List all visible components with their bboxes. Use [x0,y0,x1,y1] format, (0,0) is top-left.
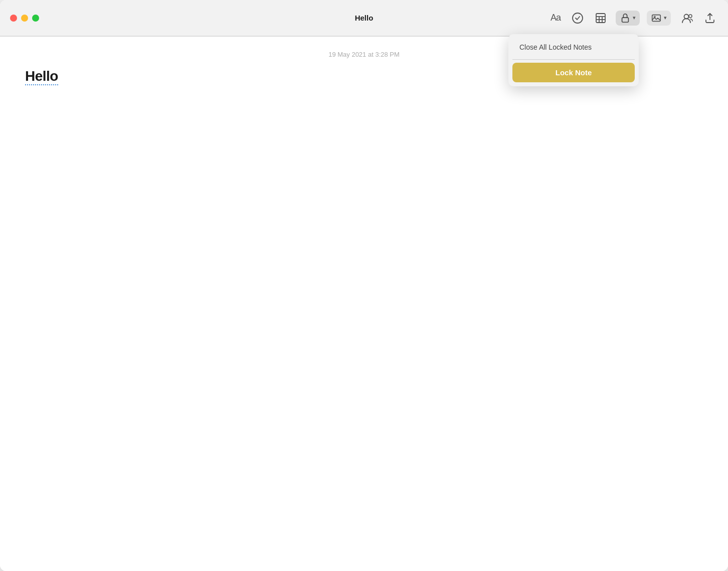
photo-icon [651,13,662,24]
svg-point-0 [573,13,583,23]
share-button[interactable] [702,10,718,26]
table-icon [595,12,607,24]
photo-button-group[interactable]: ▾ [647,11,671,26]
lock-dropdown-menu: Close All Locked Notes Lock Note [508,34,639,86]
photo-chevron-icon: ▾ [664,15,667,21]
svg-rect-6 [622,18,629,22]
note-area: 19 May 2021 at 3:28 PM Hello [0,37,728,571]
collab-button[interactable] [678,10,695,27]
note-title[interactable]: Hello [25,68,58,85]
close-button[interactable] [10,15,17,22]
checklist-icon [572,12,584,24]
app-window: Hello Aa [0,0,728,571]
maximize-button[interactable] [32,15,39,22]
lock-icon [620,13,631,24]
chevron-down-icon: ▾ [633,15,636,21]
font-button[interactable]: Aa [549,11,563,25]
share-icon [704,12,716,24]
table-button[interactable] [593,10,609,26]
svg-point-10 [689,15,692,18]
window-controls [10,15,39,22]
note-date: 19 May 2021 at 3:28 PM [328,51,400,58]
window-title: Hello [355,14,374,22]
close-all-locked-item[interactable]: Close All Locked Notes [512,38,635,56]
note-content: Hello [0,58,728,571]
font-icon: Aa [551,13,561,23]
lock-note-item[interactable]: Lock Note [512,63,635,82]
titlebar: Hello Aa [0,0,728,36]
toolbar-right: Aa [549,10,718,27]
svg-rect-7 [652,15,661,21]
svg-rect-1 [596,14,605,23]
dropdown-separator [512,59,635,60]
collab-icon [680,12,693,25]
minimize-button[interactable] [21,15,28,22]
lock-button-group[interactable]: ▾ [616,11,640,26]
checklist-button[interactable] [570,10,586,26]
